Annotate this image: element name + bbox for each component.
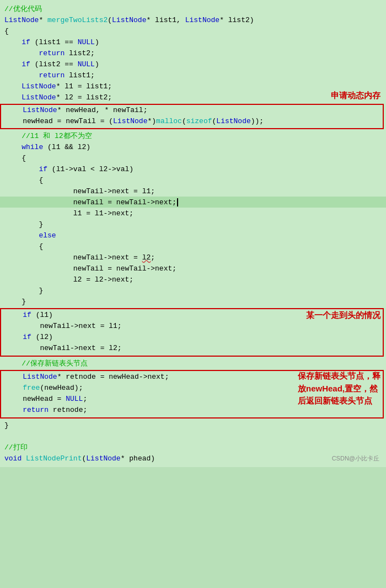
code-text: ListNode* newHead, * newTail; (1, 106, 147, 116)
code-text: if (l1->val < l2->val) (0, 165, 133, 173)
code-text: newHead = NULL; (1, 395, 87, 405)
annotation-retnode: 保存新链表头节点，释 放newHead,置空，然 后返回新链表头节点 (298, 370, 380, 407)
code-text: while (l1 && l2) (0, 143, 90, 151)
code-line: //打印 (0, 442, 386, 453)
code-line: newTail = newTail->next; (0, 263, 386, 274)
code-text: { (0, 242, 43, 251)
code-line: l1 = l1->next; (0, 208, 386, 219)
code-line: newTail->next = l1; (0, 186, 386, 197)
highlight-line: newTail->next = l2; (1, 343, 383, 354)
code-line: //l1 和 l2都不为空 (0, 130, 386, 141)
code-text: { (0, 154, 26, 162)
code-text: if (l2) (1, 333, 53, 343)
code-line: } (0, 296, 386, 307)
code-line: while (l1 && l2) (0, 141, 386, 152)
code-line: l2 = l2->next; (0, 274, 386, 285)
code-line: ListNode* l1 = list1; (0, 81, 386, 92)
code-text: } (0, 220, 43, 229)
code-text: l1 = l1->next; (0, 209, 133, 218)
code-container: //优化代码 ListNode* mergeTwoLists2(ListNode… (0, 0, 386, 467)
annotation-tail: 某一个走到头的情况 (306, 310, 380, 321)
watermark: CSDN@小比卡丘 (332, 454, 379, 463)
code-comment: //优化代码 (0, 4, 42, 14)
code-line: ListNode* mergeTwoLists2(ListNode* list1… (0, 14, 386, 25)
code-line: //优化代码 (0, 3, 386, 14)
code-line: { (0, 174, 386, 186)
code-line-cursor: newTail = newTail->next; (0, 197, 386, 208)
highlight-line: newHead = newTail = (ListNode*)malloc(si… (1, 116, 383, 128)
code-text: return retnode; (1, 406, 87, 416)
highlight-line: newTail->next = l1; (1, 321, 383, 332)
highlight-line: if (l2) (1, 332, 383, 343)
code-text: } (0, 421, 9, 430)
code-line: newTail->next = l2; (0, 252, 386, 263)
code-text: newTail = newTail->next; (0, 264, 176, 273)
code-line: ListNode* l2 = list2; 申请动态内存 (0, 92, 386, 103)
code-text: { (0, 176, 43, 184)
code-text: if (list2 == NULL) (0, 60, 99, 68)
code-line: { (0, 152, 386, 163)
highlight-box-wrapper3: ListNode* retnode = newHead->next; free(… (0, 370, 386, 419)
code-comment: //打印 (0, 442, 28, 452)
code-text: return list1; (0, 71, 95, 80)
code-text: newHead = newTail = (ListNode*)malloc(si… (1, 117, 264, 127)
code-text: newTail->next = l1; (0, 187, 155, 195)
code-text: } (0, 287, 43, 295)
code-line: } (0, 420, 386, 431)
code-text: newTail->next = l2; (1, 344, 122, 354)
code-line: { (0, 25, 386, 36)
code-text: { (0, 27, 9, 35)
code-text: newTail->next = l2; (0, 253, 155, 262)
code-text: if (list1 == NULL) (0, 38, 99, 46)
highlight-box-malloc: ListNode* newHead, * newTail; newHead = … (0, 104, 384, 129)
highlight-line: ListNode* newHead, * newTail; (1, 105, 383, 116)
code-line: //保存新链表头节点 (0, 358, 386, 369)
code-line (0, 431, 386, 442)
code-line: if (list2 == NULL) (0, 59, 386, 70)
code-line: else (0, 230, 386, 241)
code-text: return list2; (0, 49, 95, 57)
code-text: void ListNodePrint(ListNode* phead) (0, 454, 155, 463)
code-text: free(newHead); (1, 384, 83, 394)
code-line: return list1; (0, 70, 386, 81)
code-text: else (0, 231, 56, 240)
code-line: if (l1->val < l2->val) (0, 163, 386, 174)
code-line: { (0, 241, 386, 252)
code-line: } (0, 219, 386, 230)
code-text: newTail = newTail->next; (0, 198, 183, 206)
code-text: l2 = l2->next; (0, 276, 133, 284)
code-line: } (0, 285, 386, 296)
code-line: if (list1 == NULL) (0, 36, 386, 47)
code-text: ListNode* mergeTwoLists2(ListNode* list1… (0, 16, 254, 24)
code-line: void ListNodePrint(ListNode* phead) (0, 453, 386, 464)
code-comment: //保存新链表头节点 (0, 358, 88, 368)
code-line: return list2; (0, 47, 386, 59)
code-comment: //l1 和 l2都不为空 (0, 131, 92, 141)
code-text: ListNode* l1 = list1; (0, 82, 112, 91)
code-text: newTail->next = l1; (1, 322, 122, 332)
code-text (0, 432, 9, 441)
annotation-malloc: 申请动态内存 (331, 91, 380, 101)
highlight-box-wrapper2: if (l1) newTail->next = l1; if (l2) newT… (0, 308, 386, 357)
code-text: ListNode* l2 = list2; (0, 93, 112, 102)
code-text: if (l1) (1, 311, 53, 321)
code-text: } (0, 298, 26, 306)
code-text: ListNode* retnode = newHead->next; (1, 373, 169, 383)
